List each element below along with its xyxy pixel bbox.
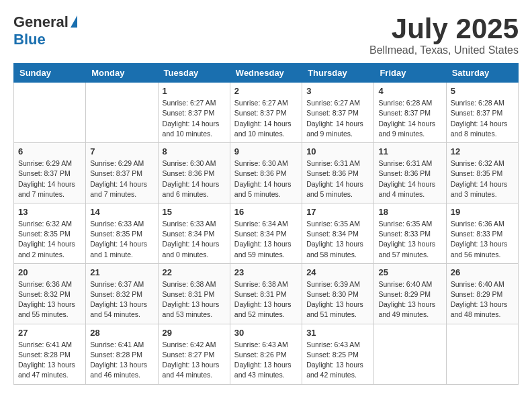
calendar-header-row: SundayMondayTuesdayWednesdayThursdayFrid… xyxy=(14,64,519,83)
day-info: Sunrise: 6:37 AM Sunset: 8:32 PM Dayligh… xyxy=(90,279,153,320)
day-header-sunday: Sunday xyxy=(14,64,86,83)
calendar-cell: 19Sunrise: 6:36 AM Sunset: 8:33 PM Dayli… xyxy=(446,203,518,263)
location-text: Bellmead, Texas, United States xyxy=(369,44,519,56)
day-info: Sunrise: 6:33 AM Sunset: 8:35 PM Dayligh… xyxy=(90,219,153,260)
title-block: July 2025 Bellmead, Texas, United States xyxy=(369,13,519,56)
logo-blue-text: Blue xyxy=(13,31,46,48)
day-info: Sunrise: 6:41 AM Sunset: 8:28 PM Dayligh… xyxy=(90,340,153,381)
calendar-cell: 29Sunrise: 6:42 AM Sunset: 8:27 PM Dayli… xyxy=(158,324,230,384)
day-info: Sunrise: 6:36 AM Sunset: 8:32 PM Dayligh… xyxy=(18,279,81,320)
day-number: 1 xyxy=(163,86,226,96)
day-info: Sunrise: 6:30 AM Sunset: 8:36 PM Dayligh… xyxy=(163,158,226,199)
day-info: Sunrise: 6:31 AM Sunset: 8:36 PM Dayligh… xyxy=(378,158,441,199)
day-info: Sunrise: 6:27 AM Sunset: 8:37 PM Dayligh… xyxy=(163,98,226,139)
calendar-week-3: 13Sunrise: 6:32 AM Sunset: 8:35 PM Dayli… xyxy=(14,203,519,263)
logo-general-text: General xyxy=(13,13,69,31)
day-number: 10 xyxy=(306,146,369,156)
day-number: 13 xyxy=(18,207,81,217)
day-info: Sunrise: 6:34 AM Sunset: 8:34 PM Dayligh… xyxy=(234,219,298,260)
day-number: 4 xyxy=(378,86,441,96)
day-header-saturday: Saturday xyxy=(446,64,518,83)
calendar-cell: 5Sunrise: 6:28 AM Sunset: 8:37 PM Daylig… xyxy=(446,83,518,143)
day-number: 11 xyxy=(378,146,441,156)
day-header-tuesday: Tuesday xyxy=(158,64,230,83)
logo-triangle-icon xyxy=(71,15,77,28)
calendar-cell: 31Sunrise: 6:43 AM Sunset: 8:25 PM Dayli… xyxy=(302,324,374,384)
calendar-week-5: 27Sunrise: 6:41 AM Sunset: 8:28 PM Dayli… xyxy=(14,324,519,384)
day-header-monday: Monday xyxy=(86,64,158,83)
day-header-wednesday: Wednesday xyxy=(230,64,302,83)
day-number: 19 xyxy=(451,207,514,217)
calendar-cell: 22Sunrise: 6:38 AM Sunset: 8:31 PM Dayli… xyxy=(158,263,230,324)
day-number: 28 xyxy=(90,328,153,338)
calendar-table: SundayMondayTuesdayWednesdayThursdayFrid… xyxy=(13,63,519,384)
day-info: Sunrise: 6:36 AM Sunset: 8:33 PM Dayligh… xyxy=(451,219,514,260)
day-info: Sunrise: 6:42 AM Sunset: 8:27 PM Dayligh… xyxy=(163,340,226,381)
day-number: 20 xyxy=(18,267,81,277)
day-number: 8 xyxy=(163,146,226,156)
calendar-cell: 23Sunrise: 6:38 AM Sunset: 8:31 PM Dayli… xyxy=(230,263,302,324)
day-info: Sunrise: 6:33 AM Sunset: 8:34 PM Dayligh… xyxy=(163,219,226,260)
calendar-cell: 28Sunrise: 6:41 AM Sunset: 8:28 PM Dayli… xyxy=(86,324,158,384)
calendar-cell: 13Sunrise: 6:32 AM Sunset: 8:35 PM Dayli… xyxy=(14,203,86,263)
day-number: 26 xyxy=(451,267,514,277)
day-header-thursday: Thursday xyxy=(302,64,374,83)
calendar-cell xyxy=(374,324,446,384)
day-number: 12 xyxy=(451,146,514,156)
day-info: Sunrise: 6:38 AM Sunset: 8:31 PM Dayligh… xyxy=(163,279,226,320)
calendar-cell: 18Sunrise: 6:35 AM Sunset: 8:33 PM Dayli… xyxy=(374,203,446,263)
calendar-week-1: 1Sunrise: 6:27 AM Sunset: 8:37 PM Daylig… xyxy=(14,83,519,143)
day-info: Sunrise: 6:41 AM Sunset: 8:28 PM Dayligh… xyxy=(18,340,81,381)
day-number: 30 xyxy=(234,328,298,338)
day-number: 5 xyxy=(451,86,514,96)
day-number: 7 xyxy=(90,146,153,156)
day-number: 22 xyxy=(163,267,226,277)
day-number: 17 xyxy=(306,207,369,217)
calendar-cell: 7Sunrise: 6:29 AM Sunset: 8:37 PM Daylig… xyxy=(86,143,158,203)
day-number: 24 xyxy=(306,267,369,277)
calendar-cell: 4Sunrise: 6:28 AM Sunset: 8:37 PM Daylig… xyxy=(374,83,446,143)
calendar-cell xyxy=(86,83,158,143)
calendar-week-2: 6Sunrise: 6:29 AM Sunset: 8:37 PM Daylig… xyxy=(14,143,519,203)
day-number: 9 xyxy=(234,146,298,156)
calendar-cell: 24Sunrise: 6:39 AM Sunset: 8:30 PM Dayli… xyxy=(302,263,374,324)
day-info: Sunrise: 6:27 AM Sunset: 8:37 PM Dayligh… xyxy=(234,98,298,139)
day-info: Sunrise: 6:29 AM Sunset: 8:37 PM Dayligh… xyxy=(18,158,81,199)
day-number: 16 xyxy=(234,207,298,217)
calendar-cell: 21Sunrise: 6:37 AM Sunset: 8:32 PM Dayli… xyxy=(86,263,158,324)
day-info: Sunrise: 6:39 AM Sunset: 8:30 PM Dayligh… xyxy=(306,279,369,320)
day-info: Sunrise: 6:31 AM Sunset: 8:36 PM Dayligh… xyxy=(306,158,369,199)
day-info: Sunrise: 6:43 AM Sunset: 8:26 PM Dayligh… xyxy=(234,340,298,381)
calendar-cell: 8Sunrise: 6:30 AM Sunset: 8:36 PM Daylig… xyxy=(158,143,230,203)
calendar-cell: 3Sunrise: 6:27 AM Sunset: 8:37 PM Daylig… xyxy=(302,83,374,143)
day-info: Sunrise: 6:27 AM Sunset: 8:37 PM Dayligh… xyxy=(306,98,369,139)
calendar-cell: 11Sunrise: 6:31 AM Sunset: 8:36 PM Dayli… xyxy=(374,143,446,203)
day-info: Sunrise: 6:40 AM Sunset: 8:29 PM Dayligh… xyxy=(451,279,514,320)
day-info: Sunrise: 6:32 AM Sunset: 8:35 PM Dayligh… xyxy=(18,219,81,260)
month-title: July 2025 xyxy=(369,13,519,44)
calendar-cell xyxy=(14,83,86,143)
calendar-cell: 25Sunrise: 6:40 AM Sunset: 8:29 PM Dayli… xyxy=(374,263,446,324)
day-number: 29 xyxy=(163,328,226,338)
day-header-friday: Friday xyxy=(374,64,446,83)
day-info: Sunrise: 6:32 AM Sunset: 8:35 PM Dayligh… xyxy=(451,158,514,199)
day-info: Sunrise: 6:43 AM Sunset: 8:25 PM Dayligh… xyxy=(306,340,369,381)
calendar-week-4: 20Sunrise: 6:36 AM Sunset: 8:32 PM Dayli… xyxy=(14,263,519,324)
calendar-cell: 27Sunrise: 6:41 AM Sunset: 8:28 PM Dayli… xyxy=(14,324,86,384)
calendar-cell: 6Sunrise: 6:29 AM Sunset: 8:37 PM Daylig… xyxy=(14,143,86,203)
calendar-cell: 15Sunrise: 6:33 AM Sunset: 8:34 PM Dayli… xyxy=(158,203,230,263)
calendar-cell: 9Sunrise: 6:30 AM Sunset: 8:36 PM Daylig… xyxy=(230,143,302,203)
day-number: 15 xyxy=(163,207,226,217)
calendar-cell: 14Sunrise: 6:33 AM Sunset: 8:35 PM Dayli… xyxy=(86,203,158,263)
day-number: 2 xyxy=(234,86,298,96)
day-number: 27 xyxy=(18,328,81,338)
calendar-cell: 12Sunrise: 6:32 AM Sunset: 8:35 PM Dayli… xyxy=(446,143,518,203)
day-number: 3 xyxy=(306,86,369,96)
calendar-cell: 30Sunrise: 6:43 AM Sunset: 8:26 PM Dayli… xyxy=(230,324,302,384)
day-info: Sunrise: 6:28 AM Sunset: 8:37 PM Dayligh… xyxy=(378,98,441,139)
page-header: General Blue July 2025 Bellmead, Texas, … xyxy=(13,13,519,56)
day-info: Sunrise: 6:35 AM Sunset: 8:33 PM Dayligh… xyxy=(378,219,441,260)
calendar-cell: 2Sunrise: 6:27 AM Sunset: 8:37 PM Daylig… xyxy=(230,83,302,143)
calendar-cell: 16Sunrise: 6:34 AM Sunset: 8:34 PM Dayli… xyxy=(230,203,302,263)
day-number: 25 xyxy=(378,267,441,277)
